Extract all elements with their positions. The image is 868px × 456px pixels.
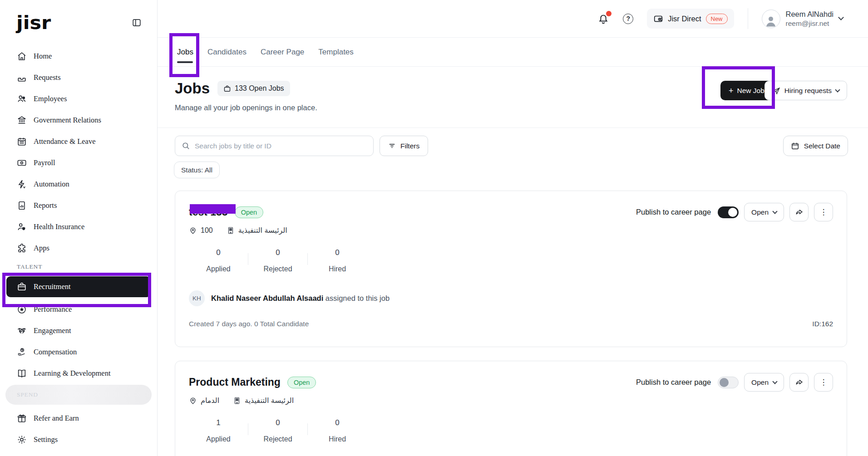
sidebar-item-automation[interactable]: Automation — [0, 173, 157, 195]
sidebar-item-home[interactable]: Home — [0, 45, 157, 67]
topbar-divider — [748, 8, 748, 29]
rejected-count: 0 — [248, 418, 307, 427]
sidebar-item-learning-development[interactable]: Learning & Development — [0, 363, 157, 384]
sidebar-item-label: Engagement — [34, 326, 71, 335]
job-department: الرئيسة التنفيذية — [245, 396, 294, 405]
department-building-icon — [233, 397, 241, 405]
home-icon — [17, 51, 27, 61]
job-status-badge: Open — [235, 206, 263, 218]
sidebar-item-employees[interactable]: Employees — [0, 88, 157, 109]
sidebar-item-label: Refer and Earn — [34, 414, 79, 423]
wallet-icon — [653, 14, 663, 24]
sidebar-item-engagement[interactable]: Engagement — [0, 320, 157, 341]
toggle-knob — [728, 208, 737, 217]
hired-label: Hired — [308, 265, 367, 273]
status-filter-chip[interactable]: Status: All — [174, 162, 220, 178]
job-stats: 1Applied 0Rejected 0Hired — [189, 418, 833, 443]
tabs: Jobs Candidates Career Page Templates — [158, 38, 868, 67]
sidebar-item-performance[interactable]: Performance — [0, 299, 157, 320]
learning-book-icon — [17, 368, 27, 378]
publish-label: Publish to career page — [636, 378, 711, 387]
toggle-knob — [720, 378, 729, 387]
job-stats: 0Applied 0Rejected 0Hired — [189, 248, 833, 273]
applied-count: 0 — [189, 248, 248, 257]
help-button[interactable]: ? — [623, 14, 633, 24]
engagement-handshake-icon — [17, 326, 27, 336]
job-more-menu-button[interactable]: ⋮ — [814, 373, 833, 392]
rejected-label: Rejected — [248, 265, 307, 273]
user-menu[interactable]: Reem AlNahdi reem@jisr.net — [762, 10, 843, 28]
sidebar-item-label: Learning & Development — [34, 369, 111, 378]
job-status-dropdown[interactable]: Open — [744, 373, 784, 392]
sidebar-section-talent: TALENT — [0, 259, 157, 275]
sidebar-item-payroll[interactable]: Payroll — [0, 152, 157, 173]
sidebar-section-spend-skeleton: SPEND — [5, 385, 152, 405]
job-title[interactable]: Product Marketing — [189, 376, 281, 388]
hiring-requests-button[interactable]: Hiring requests — [764, 81, 847, 100]
publish-toggle[interactable] — [718, 206, 739, 218]
tab-career-page[interactable]: Career Page — [261, 38, 304, 66]
notification-dot — [606, 11, 612, 16]
share-job-button[interactable] — [789, 203, 809, 221]
filters-button[interactable]: Filters — [380, 136, 428, 156]
tab-jobs[interactable]: Jobs — [177, 38, 193, 66]
briefcase-icon — [17, 282, 27, 292]
search-jobs — [175, 136, 374, 156]
jisr-logo: jisr — [16, 12, 51, 34]
notifications-button[interactable] — [597, 13, 609, 25]
assignee-row: KH Khalid Naseer Abdullah Alsaadi assign… — [189, 290, 833, 306]
sidebar-item-requests[interactable]: Requests — [0, 67, 157, 88]
user-name: Reem AlNahdi — [786, 10, 833, 19]
sidebar-item-recruitment[interactable]: Recruitment — [6, 276, 151, 297]
page-title: Jobs — [175, 80, 210, 97]
sidebar-item-apps[interactable]: Apps — [0, 237, 157, 259]
sidebar-item-health-insurance[interactable]: Health Insurance — [0, 216, 157, 237]
apps-puzzle-icon — [17, 243, 27, 253]
assignee-suffix: assigned to this job — [323, 294, 390, 302]
share-forward-icon — [795, 378, 804, 387]
government-bank-icon — [17, 115, 27, 125]
job-more-menu-button[interactable]: ⋮ — [814, 203, 833, 221]
job-title[interactable]: test 133 — [189, 206, 228, 218]
health-insurance-icon — [17, 222, 27, 232]
kebab-icon: ⋮ — [820, 207, 828, 217]
user-email: reem@jisr.net — [786, 19, 833, 28]
sidebar-item-label: Recruitment — [34, 282, 71, 291]
applied-count: 1 — [189, 418, 248, 427]
job-location: 100 — [201, 226, 213, 235]
automation-bolt-icon — [17, 179, 27, 189]
reports-doc-icon — [17, 201, 27, 211]
job-status-dropdown[interactable]: Open — [744, 203, 784, 221]
hired-count: 0 — [308, 418, 367, 427]
payroll-banknote-icon — [17, 158, 27, 168]
person-icon — [764, 14, 778, 28]
tab-candidates[interactable]: Candidates — [207, 38, 247, 66]
publish-toggle[interactable] — [718, 377, 739, 388]
avatar — [762, 10, 780, 28]
collapse-sidebar-icon[interactable] — [132, 18, 142, 28]
sidebar-item-settings[interactable]: Settings — [0, 429, 157, 450]
sidebar-item-refer-and-earn[interactable]: Refer and Earn — [0, 407, 157, 429]
hired-count: 0 — [308, 248, 367, 257]
sidebar-item-reports[interactable]: Reports — [0, 195, 157, 216]
tab-templates[interactable]: Templates — [318, 38, 353, 66]
share-job-button[interactable] — [789, 373, 809, 392]
search-input[interactable] — [195, 142, 367, 150]
jisr-direct-button[interactable]: Jisr Direct New — [647, 9, 734, 29]
sidebar-section-spend: SPEND — [17, 391, 38, 398]
sidebar-item-compensation[interactable]: Compensation — [0, 341, 157, 363]
briefcase-icon — [223, 85, 231, 93]
job-card: test 133 Open Publish to career page Ope… — [175, 191, 847, 347]
sidebar-item-label: Home — [34, 52, 52, 61]
gear-icon — [17, 435, 27, 445]
question-icon: ? — [623, 14, 633, 24]
sidebar-item-attendance-leave[interactable]: Attendance & Leave — [0, 131, 157, 152]
department-building-icon — [227, 226, 235, 235]
sidebar-item-government-relations[interactable]: Government Relations — [0, 109, 157, 131]
hired-label: Hired — [308, 435, 367, 443]
page-subtitle: Manage all your job openings in one plac… — [175, 103, 317, 112]
chevron-down-icon — [835, 87, 840, 92]
requests-inbox-icon — [17, 73, 27, 83]
assignee-avatar: KH — [189, 290, 205, 306]
select-date-button[interactable]: Select Date — [783, 136, 848, 156]
